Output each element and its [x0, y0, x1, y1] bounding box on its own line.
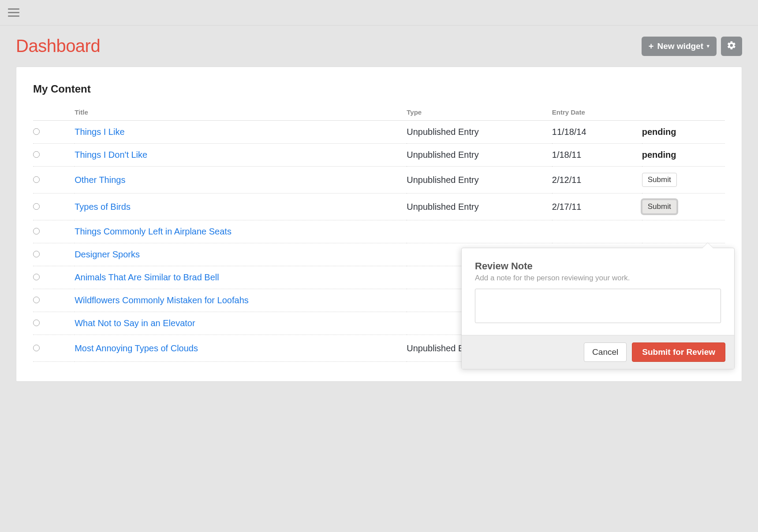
row-selector[interactable]	[33, 151, 40, 158]
new-widget-button[interactable]: + New widget ▾	[642, 37, 717, 56]
table-row: Things Commonly Left in Airplane Seats	[33, 220, 725, 243]
entry-type: Unpublished Entry	[407, 193, 552, 220]
popover-arrow	[702, 243, 713, 248]
entry-title-link[interactable]: Wildflowers Commonly Mistaken for Loofah…	[75, 295, 249, 305]
table-row: Other ThingsUnpublished Entry2/12/11Subm…	[33, 167, 725, 193]
status-pending: pending	[642, 150, 676, 160]
table-row: Things I Don't LikeUnpublished Entry1/18…	[33, 144, 725, 167]
header-actions: + New widget ▾	[642, 37, 742, 56]
row-selector[interactable]	[33, 228, 40, 234]
popover-title: Review Note	[475, 260, 721, 272]
entry-title-link[interactable]: Most Annoying Types of Clouds	[75, 343, 198, 353]
col-header-date[interactable]: Entry Date	[552, 105, 642, 121]
entry-title-link[interactable]: Types of Birds	[75, 202, 131, 212]
row-selector[interactable]	[33, 128, 40, 135]
entry-type	[407, 220, 552, 243]
entry-title-link[interactable]: Things I Don't Like	[75, 150, 147, 160]
submit-button[interactable]: Submit	[642, 200, 677, 214]
review-note-popover: Review Note Add a note for the person re…	[461, 248, 735, 369]
row-selector[interactable]	[33, 297, 40, 303]
row-selector[interactable]	[33, 251, 40, 257]
entry-date: 2/17/11	[552, 193, 642, 220]
page-title: Dashboard	[16, 36, 100, 56]
entry-type: Unpublished Entry	[407, 167, 552, 193]
topbar	[0, 0, 758, 26]
entry-title-link[interactable]: Animals That Are Similar to Brad Bell	[75, 272, 219, 282]
row-selector[interactable]	[33, 320, 40, 326]
plus-icon: +	[649, 42, 654, 51]
content-panel: My Content Title Type Entry Date Things …	[16, 67, 742, 382]
submit-for-review-button[interactable]: Submit for Review	[632, 342, 725, 362]
cancel-button[interactable]: Cancel	[584, 342, 627, 362]
chevron-down-icon: ▾	[707, 43, 709, 49]
hamburger-menu-icon[interactable]	[8, 8, 19, 17]
gear-icon	[727, 41, 736, 52]
col-header-type[interactable]: Type	[407, 105, 552, 121]
entry-title-link[interactable]: Other Things	[75, 175, 125, 185]
page-header: Dashboard + New widget ▾	[0, 26, 758, 60]
status-pending: pending	[642, 127, 676, 137]
entry-title-link[interactable]: Things I Like	[75, 127, 124, 137]
submit-button[interactable]: Submit	[642, 173, 677, 187]
settings-button[interactable]	[721, 37, 742, 56]
entry-title-link[interactable]: Things Commonly Left in Airplane Seats	[75, 227, 232, 236]
entry-date	[552, 220, 642, 243]
row-selector[interactable]	[33, 176, 40, 183]
entry-date: 11/18/14	[552, 121, 642, 144]
entry-title-link[interactable]: What Not to Say in an Elevator	[75, 318, 195, 328]
table-row: Things I LikeUnpublished Entry11/18/14pe…	[33, 121, 725, 144]
row-selector[interactable]	[33, 203, 40, 210]
table-row: Types of BirdsUnpublished Entry2/17/11Su…	[33, 193, 725, 220]
panel-title: My Content	[33, 83, 725, 95]
review-note-input[interactable]	[475, 289, 721, 323]
popover-subtitle: Add a note for the person reviewing your…	[475, 274, 721, 283]
col-header-title[interactable]: Title	[75, 105, 407, 121]
entry-date: 1/18/11	[552, 144, 642, 167]
new-widget-label: New widget	[657, 41, 703, 51]
row-selector[interactable]	[33, 274, 40, 280]
entry-type: Unpublished Entry	[407, 121, 552, 144]
entry-date: 2/12/11	[552, 167, 642, 193]
entry-title-link[interactable]: Designer Sporks	[75, 249, 140, 259]
row-selector[interactable]	[33, 345, 40, 351]
entry-type: Unpublished Entry	[407, 144, 552, 167]
